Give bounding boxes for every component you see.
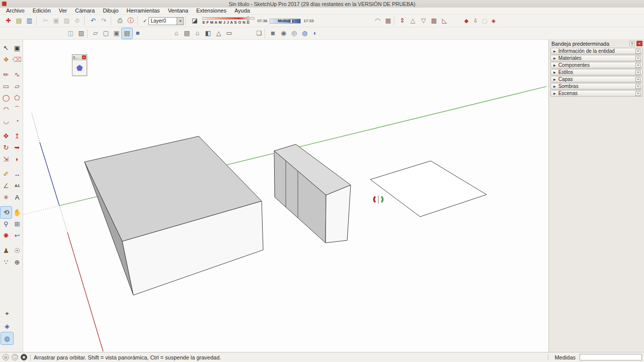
- pin-icon[interactable]: ⚲: [629, 41, 635, 46]
- close-icon[interactable]: ×: [635, 77, 640, 82]
- expand-arrow-icon[interactable]: ▶: [553, 56, 556, 60]
- expand-arrow-icon[interactable]: ▶: [553, 77, 556, 81]
- new-button[interactable]: ✚: [3, 16, 14, 26]
- tool-offset[interactable]: ◗: [12, 153, 23, 165]
- tool-tape-measure[interactable]: ✐: [1, 168, 12, 180]
- flat-rectangle-face[interactable]: [370, 161, 487, 217]
- menu-ver[interactable]: Ver: [55, 8, 71, 14]
- menu-dibujo[interactable]: Dibujo: [99, 8, 122, 14]
- solid-union-button[interactable]: ◉: [278, 28, 289, 39]
- undo-button[interactable]: ↶: [88, 16, 99, 26]
- sandbox-from-scratch-button[interactable]: ▦: [383, 16, 393, 26]
- tool-push-pull[interactable]: ↥: [12, 130, 23, 142]
- tool-move[interactable]: ✥: [1, 130, 12, 142]
- style-shaded-button[interactable]: ▣: [111, 28, 122, 39]
- tool-select[interactable]: ↖: [1, 42, 12, 54]
- close-icon[interactable]: ×: [82, 55, 86, 59]
- plugin-export-button[interactable]: ⇩: [471, 16, 480, 26]
- tool-circle[interactable]: ◯: [1, 92, 12, 104]
- solid-subtract-button[interactable]: ◎: [289, 28, 299, 39]
- tool-pie[interactable]: ◔: [12, 115, 23, 127]
- tool-zoom-extents[interactable]: ✺: [1, 230, 12, 241]
- view-back-button[interactable]: △: [213, 28, 224, 39]
- chevron-down-icon[interactable]: ▼: [177, 18, 183, 25]
- plugin-disabled-button[interactable]: ▢: [480, 16, 489, 26]
- menu-ayuda[interactable]: Ayuda: [230, 8, 254, 14]
- layer-dropdown[interactable]: Layer0 ▼: [148, 17, 184, 25]
- tool-orbit[interactable]: ⟲: [1, 207, 12, 218]
- tool-walk[interactable]: ∵: [1, 256, 12, 268]
- tool-arc[interactable]: ◠: [1, 104, 12, 115]
- expand-arrow-icon[interactable]: ▶: [553, 92, 556, 95]
- tool-follow-me[interactable]: ➥: [12, 142, 23, 153]
- plugin-sphere-button[interactable]: ◆: [462, 16, 471, 26]
- view-front-button[interactable]: ⌂: [192, 28, 203, 39]
- section-components[interactable]: ▶ Componentes ×: [550, 62, 642, 68]
- close-icon[interactable]: ×: [635, 70, 640, 75]
- expand-arrow-icon[interactable]: ▶: [553, 63, 556, 67]
- style-xray-button[interactable]: ◫: [65, 28, 76, 39]
- open-button[interactable]: ▤: [14, 16, 24, 26]
- mini-target-button[interactable]: ⌖: [1, 307, 13, 319]
- menu-camara[interactable]: Cámara: [71, 8, 99, 14]
- tool-line[interactable]: ✏: [1, 69, 12, 80]
- model-viewport[interactable]: [23, 40, 548, 352]
- section-shadows[interactable]: ▶ Sombras ×: [550, 83, 642, 89]
- middle-box-right-face[interactable]: [326, 185, 351, 243]
- tool-freehand[interactable]: ∿: [12, 69, 23, 80]
- tool-zoom-previous[interactable]: ↩: [12, 230, 23, 241]
- section-styles[interactable]: ▶ Estilos ×: [550, 69, 642, 75]
- tool-look-around[interactable]: ☉: [12, 245, 23, 256]
- tool-3d-text[interactable]: A: [12, 192, 23, 203]
- view-iso-button[interactable]: ⌂: [171, 28, 182, 39]
- mini-blue-shape-button[interactable]: ◈: [1, 320, 13, 332]
- paste-button[interactable]: ▨: [61, 16, 72, 26]
- toggle-shadows-button[interactable]: ◪: [189, 16, 200, 26]
- mini-sphere-button[interactable]: ◍: [1, 332, 13, 344]
- status-info-button[interactable]: ⓘ: [12, 354, 18, 360]
- close-icon[interactable]: ×: [635, 91, 640, 96]
- close-icon[interactable]: ×: [635, 84, 640, 89]
- expand-arrow-icon[interactable]: ▶: [553, 49, 556, 53]
- floating-toolbar-window[interactable]: S... × ⬟: [72, 54, 87, 76]
- plugin-cube-button[interactable]: ◈: [489, 16, 498, 26]
- sandbox-flip-edge-button[interactable]: ◺: [439, 16, 450, 26]
- tool-position-camera[interactable]: ♟: [1, 245, 12, 256]
- expand-arrow-icon[interactable]: ▶: [553, 84, 556, 88]
- style-shaded-textures-button[interactable]: ▤: [122, 28, 132, 39]
- view-right-button[interactable]: ◧: [203, 28, 213, 39]
- tool-axes[interactable]: ✳: [1, 192, 12, 203]
- view-left-button[interactable]: ▭: [224, 28, 234, 39]
- tool-three-point-arc[interactable]: ◡: [1, 115, 12, 127]
- tool-zoom[interactable]: ⚲: [1, 218, 12, 230]
- tool-protractor[interactable]: ∠: [1, 180, 12, 192]
- time-slider-handle[interactable]: [290, 19, 292, 24]
- cut-button[interactable]: ✂: [40, 16, 51, 26]
- date-slider-track[interactable]: [202, 17, 255, 20]
- section-scenes[interactable]: ▶ Escenas ×: [550, 90, 642, 97]
- menu-ventana[interactable]: Ventana: [164, 8, 192, 14]
- tool-zoom-window[interactable]: ⊞: [12, 218, 23, 230]
- shadow-time-slider[interactable]: Mediodía: [270, 19, 301, 24]
- expand-arrow-icon[interactable]: ▶: [553, 70, 556, 74]
- tool-rotate[interactable]: ↻: [1, 142, 12, 153]
- print-button[interactable]: ⎙: [115, 16, 125, 26]
- section-layers[interactable]: ▶ Capas ×: [550, 76, 642, 82]
- tool-rectangle[interactable]: ▭: [1, 80, 12, 92]
- menu-herramientas[interactable]: Herramientas: [123, 8, 164, 14]
- tool-dimensions[interactable]: ↔: [12, 168, 23, 180]
- style-hidden-line-button[interactable]: ▢: [101, 28, 111, 39]
- solid-outer-shell-button[interactable]: ❏: [254, 28, 264, 39]
- status-user-button[interactable]: ☻: [21, 354, 27, 360]
- solid-trim-button[interactable]: ◍: [299, 28, 310, 39]
- menu-extensiones[interactable]: Extensiones: [192, 8, 230, 14]
- delete-button[interactable]: ⊘: [72, 16, 83, 26]
- menu-edicion[interactable]: Edición: [29, 8, 55, 14]
- copy-button[interactable]: ▣: [51, 16, 61, 26]
- tool-pan[interactable]: ✋: [12, 207, 23, 218]
- close-icon[interactable]: ×: [636, 41, 642, 46]
- view-top-button[interactable]: ▤: [182, 28, 192, 39]
- soap-skin-tool-icon[interactable]: ⬟: [76, 64, 83, 72]
- sandbox-smoove-button[interactable]: ⇕: [397, 16, 408, 26]
- save-button[interactable]: ▥: [24, 16, 35, 26]
